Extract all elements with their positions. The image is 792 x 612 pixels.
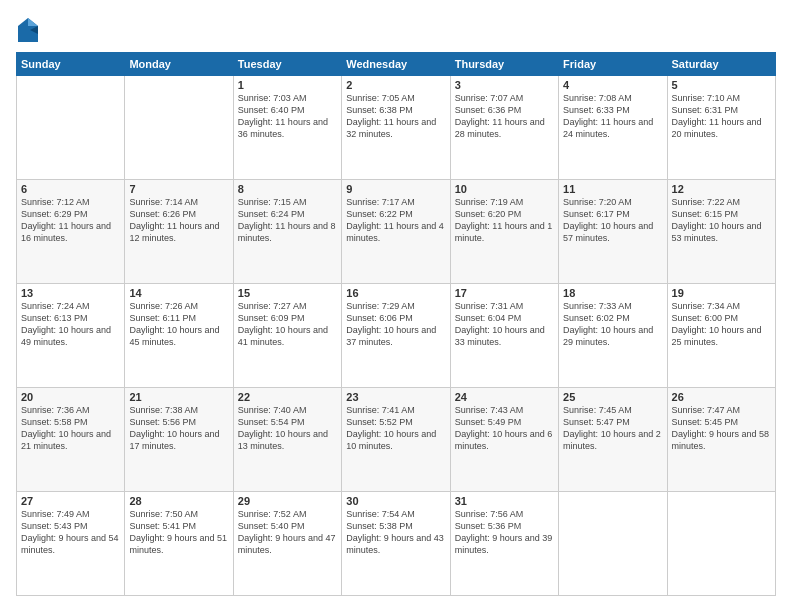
day-number: 31 xyxy=(455,495,554,507)
cell-info: Sunrise: 7:38 AMSunset: 5:56 PMDaylight:… xyxy=(129,405,219,451)
day-number: 19 xyxy=(672,287,771,299)
table-cell: 22Sunrise: 7:40 AMSunset: 5:54 PMDayligh… xyxy=(233,388,341,492)
table-cell: 6Sunrise: 7:12 AMSunset: 6:29 PMDaylight… xyxy=(17,180,125,284)
calendar-header-row: Sunday Monday Tuesday Wednesday Thursday… xyxy=(17,53,776,76)
cell-info: Sunrise: 7:41 AMSunset: 5:52 PMDaylight:… xyxy=(346,405,436,451)
day-number: 1 xyxy=(238,79,337,91)
cell-info: Sunrise: 7:26 AMSunset: 6:11 PMDaylight:… xyxy=(129,301,219,347)
day-number: 8 xyxy=(238,183,337,195)
cell-info: Sunrise: 7:24 AMSunset: 6:13 PMDaylight:… xyxy=(21,301,111,347)
cell-info: Sunrise: 7:50 AMSunset: 5:41 PMDaylight:… xyxy=(129,509,227,555)
cell-info: Sunrise: 7:31 AMSunset: 6:04 PMDaylight:… xyxy=(455,301,545,347)
cell-info: Sunrise: 7:34 AMSunset: 6:00 PMDaylight:… xyxy=(672,301,762,347)
table-cell xyxy=(667,492,775,596)
table-cell: 24Sunrise: 7:43 AMSunset: 5:49 PMDayligh… xyxy=(450,388,558,492)
col-thursday: Thursday xyxy=(450,53,558,76)
cell-info: Sunrise: 7:40 AMSunset: 5:54 PMDaylight:… xyxy=(238,405,328,451)
table-cell: 1Sunrise: 7:03 AMSunset: 6:40 PMDaylight… xyxy=(233,76,341,180)
calendar-table: Sunday Monday Tuesday Wednesday Thursday… xyxy=(16,52,776,596)
day-number: 11 xyxy=(563,183,662,195)
col-tuesday: Tuesday xyxy=(233,53,341,76)
cell-info: Sunrise: 7:08 AMSunset: 6:33 PMDaylight:… xyxy=(563,93,653,139)
week-row-4: 20Sunrise: 7:36 AMSunset: 5:58 PMDayligh… xyxy=(17,388,776,492)
table-cell xyxy=(125,76,233,180)
day-number: 9 xyxy=(346,183,445,195)
table-cell: 15Sunrise: 7:27 AMSunset: 6:09 PMDayligh… xyxy=(233,284,341,388)
table-cell: 11Sunrise: 7:20 AMSunset: 6:17 PMDayligh… xyxy=(559,180,667,284)
header xyxy=(16,16,776,44)
day-number: 2 xyxy=(346,79,445,91)
table-cell: 23Sunrise: 7:41 AMSunset: 5:52 PMDayligh… xyxy=(342,388,450,492)
day-number: 3 xyxy=(455,79,554,91)
cell-info: Sunrise: 7:43 AMSunset: 5:49 PMDaylight:… xyxy=(455,405,553,451)
day-number: 21 xyxy=(129,391,228,403)
day-number: 24 xyxy=(455,391,554,403)
table-cell: 21Sunrise: 7:38 AMSunset: 5:56 PMDayligh… xyxy=(125,388,233,492)
day-number: 13 xyxy=(21,287,120,299)
col-sunday: Sunday xyxy=(17,53,125,76)
table-cell: 27Sunrise: 7:49 AMSunset: 5:43 PMDayligh… xyxy=(17,492,125,596)
cell-info: Sunrise: 7:49 AMSunset: 5:43 PMDaylight:… xyxy=(21,509,119,555)
cell-info: Sunrise: 7:19 AMSunset: 6:20 PMDaylight:… xyxy=(455,197,553,243)
table-cell: 16Sunrise: 7:29 AMSunset: 6:06 PMDayligh… xyxy=(342,284,450,388)
table-cell xyxy=(17,76,125,180)
cell-info: Sunrise: 7:27 AMSunset: 6:09 PMDaylight:… xyxy=(238,301,328,347)
cell-info: Sunrise: 7:05 AMSunset: 6:38 PMDaylight:… xyxy=(346,93,436,139)
table-cell xyxy=(559,492,667,596)
day-number: 10 xyxy=(455,183,554,195)
cell-info: Sunrise: 7:03 AMSunset: 6:40 PMDaylight:… xyxy=(238,93,328,139)
svg-marker-1 xyxy=(28,18,38,26)
day-number: 14 xyxy=(129,287,228,299)
cell-info: Sunrise: 7:29 AMSunset: 6:06 PMDaylight:… xyxy=(346,301,436,347)
day-number: 27 xyxy=(21,495,120,507)
table-cell: 30Sunrise: 7:54 AMSunset: 5:38 PMDayligh… xyxy=(342,492,450,596)
day-number: 25 xyxy=(563,391,662,403)
cell-info: Sunrise: 7:22 AMSunset: 6:15 PMDaylight:… xyxy=(672,197,762,243)
cell-info: Sunrise: 7:12 AMSunset: 6:29 PMDaylight:… xyxy=(21,197,111,243)
day-number: 29 xyxy=(238,495,337,507)
logo-icon xyxy=(16,16,40,44)
col-monday: Monday xyxy=(125,53,233,76)
table-cell: 3Sunrise: 7:07 AMSunset: 6:36 PMDaylight… xyxy=(450,76,558,180)
table-cell: 25Sunrise: 7:45 AMSunset: 5:47 PMDayligh… xyxy=(559,388,667,492)
col-friday: Friday xyxy=(559,53,667,76)
logo xyxy=(16,16,44,44)
table-cell: 19Sunrise: 7:34 AMSunset: 6:00 PMDayligh… xyxy=(667,284,775,388)
table-cell: 20Sunrise: 7:36 AMSunset: 5:58 PMDayligh… xyxy=(17,388,125,492)
day-number: 22 xyxy=(238,391,337,403)
table-cell: 9Sunrise: 7:17 AMSunset: 6:22 PMDaylight… xyxy=(342,180,450,284)
day-number: 4 xyxy=(563,79,662,91)
cell-info: Sunrise: 7:17 AMSunset: 6:22 PMDaylight:… xyxy=(346,197,444,243)
day-number: 15 xyxy=(238,287,337,299)
col-wednesday: Wednesday xyxy=(342,53,450,76)
day-number: 7 xyxy=(129,183,228,195)
table-cell: 18Sunrise: 7:33 AMSunset: 6:02 PMDayligh… xyxy=(559,284,667,388)
table-cell: 12Sunrise: 7:22 AMSunset: 6:15 PMDayligh… xyxy=(667,180,775,284)
day-number: 28 xyxy=(129,495,228,507)
cell-info: Sunrise: 7:20 AMSunset: 6:17 PMDaylight:… xyxy=(563,197,653,243)
week-row-2: 6Sunrise: 7:12 AMSunset: 6:29 PMDaylight… xyxy=(17,180,776,284)
table-cell: 28Sunrise: 7:50 AMSunset: 5:41 PMDayligh… xyxy=(125,492,233,596)
table-cell: 14Sunrise: 7:26 AMSunset: 6:11 PMDayligh… xyxy=(125,284,233,388)
cell-info: Sunrise: 7:56 AMSunset: 5:36 PMDaylight:… xyxy=(455,509,553,555)
week-row-1: 1Sunrise: 7:03 AMSunset: 6:40 PMDaylight… xyxy=(17,76,776,180)
table-cell: 17Sunrise: 7:31 AMSunset: 6:04 PMDayligh… xyxy=(450,284,558,388)
day-number: 12 xyxy=(672,183,771,195)
table-cell: 7Sunrise: 7:14 AMSunset: 6:26 PMDaylight… xyxy=(125,180,233,284)
table-cell: 31Sunrise: 7:56 AMSunset: 5:36 PMDayligh… xyxy=(450,492,558,596)
table-cell: 26Sunrise: 7:47 AMSunset: 5:45 PMDayligh… xyxy=(667,388,775,492)
cell-info: Sunrise: 7:54 AMSunset: 5:38 PMDaylight:… xyxy=(346,509,444,555)
table-cell: 10Sunrise: 7:19 AMSunset: 6:20 PMDayligh… xyxy=(450,180,558,284)
day-number: 6 xyxy=(21,183,120,195)
table-cell: 2Sunrise: 7:05 AMSunset: 6:38 PMDaylight… xyxy=(342,76,450,180)
day-number: 20 xyxy=(21,391,120,403)
day-number: 16 xyxy=(346,287,445,299)
table-cell: 4Sunrise: 7:08 AMSunset: 6:33 PMDaylight… xyxy=(559,76,667,180)
cell-info: Sunrise: 7:14 AMSunset: 6:26 PMDaylight:… xyxy=(129,197,219,243)
table-cell: 29Sunrise: 7:52 AMSunset: 5:40 PMDayligh… xyxy=(233,492,341,596)
day-number: 5 xyxy=(672,79,771,91)
cell-info: Sunrise: 7:10 AMSunset: 6:31 PMDaylight:… xyxy=(672,93,762,139)
cell-info: Sunrise: 7:07 AMSunset: 6:36 PMDaylight:… xyxy=(455,93,545,139)
day-number: 17 xyxy=(455,287,554,299)
cell-info: Sunrise: 7:33 AMSunset: 6:02 PMDaylight:… xyxy=(563,301,653,347)
